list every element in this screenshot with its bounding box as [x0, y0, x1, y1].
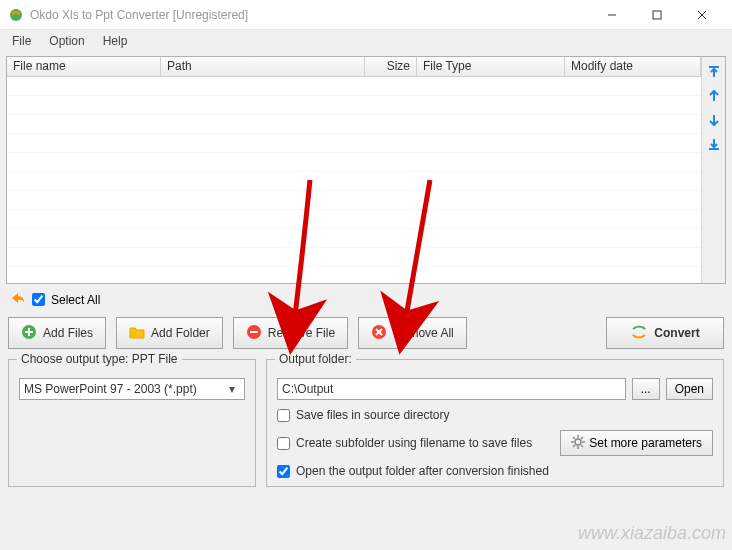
plus-icon	[21, 324, 37, 343]
select-all-checkbox[interactable]	[32, 293, 45, 306]
open-after-checkbox[interactable]	[277, 465, 290, 478]
add-folder-button[interactable]: Add Folder	[116, 317, 223, 349]
add-files-button[interactable]: Add Files	[8, 317, 106, 349]
svg-point-15	[575, 439, 581, 445]
file-list-panel: File name Path Size File Type Modify dat…	[6, 56, 726, 284]
menu-help[interactable]: Help	[95, 32, 136, 50]
menu-bar: File Option Help	[0, 30, 732, 52]
move-top-icon[interactable]	[705, 63, 723, 81]
app-icon	[8, 7, 24, 23]
file-list-body[interactable]	[7, 77, 701, 283]
svg-line-23	[573, 445, 575, 447]
window-title: Okdo Xls to Ppt Converter [Unregistered]	[30, 8, 589, 22]
gear-icon	[571, 435, 585, 452]
title-bar: Okdo Xls to Ppt Converter [Unregistered]	[0, 0, 732, 30]
create-subfolder-checkbox[interactable]	[277, 437, 290, 450]
minus-icon	[246, 324, 262, 343]
move-up-icon[interactable]	[705, 87, 723, 105]
col-modify[interactable]: Modify date	[565, 57, 701, 76]
save-source-label: Save files in source directory	[296, 408, 449, 422]
set-more-parameters-button[interactable]: Set more parameters	[560, 430, 713, 456]
side-toolbar	[701, 57, 725, 283]
col-path[interactable]: Path	[161, 57, 365, 76]
svg-rect-2	[653, 11, 661, 19]
select-all-label: Select All	[51, 293, 100, 307]
output-folder-panel: Output folder: ... Open Save files in so…	[266, 359, 724, 487]
output-type-panel: Choose output type: PPT File MS PowerPoi…	[8, 359, 256, 487]
create-subfolder-label: Create subfolder using filename to save …	[296, 436, 532, 450]
svg-line-20	[573, 437, 575, 439]
svg-point-0	[10, 9, 22, 21]
move-bottom-icon[interactable]	[705, 135, 723, 153]
browse-button[interactable]: ...	[632, 378, 660, 400]
output-type-combo[interactable]: MS PowerPoint 97 - 2003 (*.ppt) ▾	[19, 378, 245, 400]
close-button[interactable]	[679, 1, 724, 29]
folder-icon	[129, 324, 145, 343]
output-folder-input[interactable]	[277, 378, 626, 400]
undo-icon[interactable]	[8, 290, 26, 309]
save-source-checkbox[interactable]	[277, 409, 290, 422]
remove-all-button[interactable]: Remove All	[358, 317, 467, 349]
remove-file-button[interactable]: Remove File	[233, 317, 348, 349]
open-folder-button[interactable]: Open	[666, 378, 713, 400]
watermark: www.xiazaiba.com	[578, 523, 726, 544]
minimize-button[interactable]	[589, 1, 634, 29]
convert-icon	[630, 324, 648, 343]
svg-line-21	[581, 445, 583, 447]
output-folder-legend: Output folder:	[275, 352, 356, 366]
file-list-header: File name Path Size File Type Modify dat…	[7, 57, 701, 77]
col-filetype[interactable]: File Type	[417, 57, 565, 76]
move-down-icon[interactable]	[705, 111, 723, 129]
col-filename[interactable]: File name	[7, 57, 161, 76]
output-type-legend: Choose output type: PPT File	[17, 352, 182, 366]
menu-option[interactable]: Option	[41, 32, 92, 50]
x-icon	[371, 324, 387, 343]
col-size[interactable]: Size	[365, 57, 417, 76]
maximize-button[interactable]	[634, 1, 679, 29]
menu-file[interactable]: File	[4, 32, 39, 50]
open-after-label: Open the output folder after conversion …	[296, 464, 549, 478]
svg-line-22	[581, 437, 583, 439]
chevron-down-icon: ▾	[224, 382, 240, 396]
convert-button[interactable]: Convert	[606, 317, 724, 349]
